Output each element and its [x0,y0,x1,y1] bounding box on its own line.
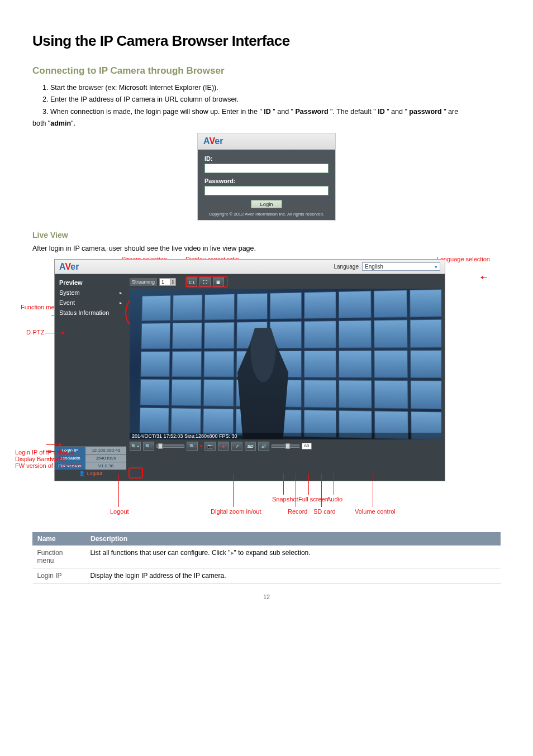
video-preview[interactable]: 2014/OCT/31 17:52:03 Size:1280x800 FPS: … [130,289,441,439]
section2-title: Live View [32,231,501,240]
language-value: English [365,264,383,270]
step-3b: both "admin". [32,118,501,130]
cell-name: Function menu [33,546,86,568]
description-table: Name Description Function menu List all … [32,532,501,583]
page-title: Using the IP Camera Browser Interface [32,32,501,50]
expand-icon: ▸ [120,290,122,295]
step-2: 2. Enter the IP address of IP camera in … [42,94,501,106]
app-header: AVer Language English ▾ [55,260,445,274]
leader-line [46,444,59,445]
th-desc: Description [86,533,501,546]
callout-bandwidth: Display Bandwidth [15,456,66,462]
password-input[interactable] [204,186,329,195]
callout-fw-version: FW version of IP camera [15,462,83,469]
aspect-fit-button[interactable]: ⛶ [199,277,211,286]
brand-logo: AVer [59,262,79,272]
app-body: Preview System▸ Event▸ Status Informatio… [55,274,445,481]
sidebar-item-system[interactable]: System▸ [55,288,126,298]
bottom-toolbar: 🔍+ 🔍- 🔍 📷 ● ⤢ SD 🔊 60 [130,439,441,451]
table-row: Function menu List all functions that us… [33,546,501,568]
callout-dptz: D-PTZ [26,329,44,336]
leader-line [233,473,234,507]
step-1: 1. Start the browser (ex: Microsoft Inte… [42,82,501,94]
red-highlight-zoom [129,467,143,479]
sidebar-item-event[interactable]: Event▸ [55,298,126,308]
language-selector[interactable]: Language English ▾ [334,262,441,271]
callout-digital-zoom: Digital zoom in/out [211,508,261,515]
leader-line [118,473,119,507]
sidebar-menu: Preview System▸ Event▸ Status Informatio… [55,277,126,318]
top-toolbar: Streaming 1▲▼ 1:1 ⛶ ▣ [130,277,441,286]
leader-line [45,333,62,333]
streaming-label: Streaming [130,278,157,286]
sd-card-button[interactable]: SD [245,442,256,451]
sidebar-item-preview[interactable]: Preview [55,277,126,288]
spin-down-icon[interactable]: ▼ [170,282,175,285]
table-header-row: Name Description [33,533,501,546]
callout-fullscreen: Full screen [298,496,329,503]
leader-line [373,473,373,507]
id-label: ID: [204,155,329,162]
leader-line [308,473,309,495]
th-name: Name [33,533,86,546]
login-dialog: AVer ID: Password: Login Copyright © 201… [197,133,336,221]
language-dropdown[interactable]: English ▾ [362,262,440,271]
zoom-slider[interactable] [156,444,184,448]
leader-line [321,473,322,507]
zoom-reset-button[interactable]: 🔍 [187,442,198,451]
table-row: Login IP Display the login IP address of… [33,568,501,583]
sidebar-item-status[interactable]: Status Information [55,308,126,318]
callout-record: Record [288,508,307,515]
callout-logout: Logout [110,508,129,515]
callout-snapshot: Snapshot [272,496,298,503]
cell-desc: List all functions that user can configu… [86,546,501,568]
logout-button[interactable]: 👤Logout [55,470,126,477]
login-body: ID: Password: Login Copyright © 2012 AVe… [197,150,336,221]
callouts-bottom: Logout Login IP of IP camera Display Ban… [43,484,490,525]
cell-name: Login IP [33,568,86,583]
aspect-full-button[interactable]: ▣ [213,277,224,286]
callout-login-ip: Login IP of IP camera [15,449,74,456]
id-input[interactable] [204,164,329,173]
app-window: AVer Language English ▾ Preview System▸ … [54,259,445,481]
language-label: Language [334,264,359,270]
cell-desc: Display the login IP address of the IP c… [86,568,501,583]
chevron-down-icon: ▾ [435,264,437,270]
page-number: 12 [263,594,270,600]
figure-liveview: Stream selection Display aspect ratio La… [43,259,490,525]
aspect-1-1-button[interactable]: 1:1 [186,277,197,286]
callout-volume: Volume control [355,508,396,515]
section2-intro: After login in IP camera, user should se… [32,243,501,255]
zoom-in-button[interactable]: 🔍+ [130,442,141,451]
volume-slider[interactable] [272,444,299,448]
stream-spinner[interactable]: 1▲▼ [159,278,176,286]
leader-line [283,473,284,495]
video-osd: 2014/OCT/31 17:52:03 Size:1280x800 FPS: … [130,433,441,439]
expand-icon: ▸ [120,300,122,305]
login-header: AVer [197,133,336,150]
section1-title: Connecting to IP Camera through Browser [32,65,501,76]
leader-line [483,277,487,278]
video-content [136,289,441,439]
password-label: Password: [204,178,329,184]
step-3: 3. When connection is made, the login pa… [42,106,501,118]
leader-line [334,473,334,495]
main-panel: Streaming 1▲▼ 1:1 ⛶ ▣ ⌂ ▲ ▼ [126,274,445,481]
callout-audio: Audio [327,496,342,503]
page: Using the IP Camera Browser Interface Co… [0,0,533,606]
fullscreen-button[interactable]: ⤢ [231,442,242,451]
audio-button[interactable]: 🔊 [258,442,269,451]
login-copyright: Copyright © 2012 AVer Information Inc. A… [204,212,329,217]
leader-line [296,473,296,507]
snapshot-button[interactable]: 📷 [204,442,216,451]
record-button[interactable]: ● [218,442,229,451]
volume-value: 60 [302,443,312,449]
callout-sd-card: SD card [313,508,336,515]
zoom-out-button[interactable]: 🔍- [143,442,154,451]
user-icon: 👤 [79,471,85,476]
login-button[interactable]: Login [251,200,282,208]
brand-er: er [215,136,223,146]
